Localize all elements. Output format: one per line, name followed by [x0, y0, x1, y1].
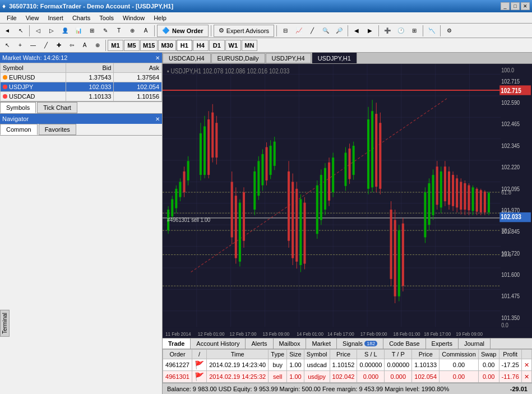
tb-chart-btn[interactable]: 📊 [72, 25, 85, 37]
tb-gear[interactable]: ⚙ [443, 25, 455, 37]
tb-add[interactable]: ➕ [381, 25, 394, 37]
chart-tab-usdjpy-h1[interactable]: USDJPY,H1 [312, 52, 357, 63]
maximize-button[interactable]: □ [511, 2, 520, 10]
tb-chart2[interactable]: 📉 [425, 25, 438, 37]
tf-d1[interactable]: D1 [209, 40, 225, 51]
th-type: Type [269, 350, 287, 359]
tb-cross[interactable]: ✚ [53, 39, 65, 52]
tab-market[interactable]: Market [306, 339, 337, 349]
tb-text-btn[interactable]: T [113, 25, 125, 37]
table-row[interactable]: USDJPY 102.033 102.054 [1, 82, 162, 92]
tab-alerts[interactable]: Alerts [246, 339, 273, 349]
chart-tab-eurusd-daily[interactable]: EURUSD,Daily [211, 53, 265, 63]
tb-left-btn[interactable]: ◁ [32, 25, 44, 37]
tab-journal[interactable]: Journal [459, 339, 491, 349]
tab-code-base[interactable]: Code Base [383, 339, 425, 349]
close-2[interactable]: ✕ [521, 371, 531, 383]
chart-tab-usdcad-h4[interactable]: USDCAD,H4 [163, 53, 211, 63]
tab-mailbox[interactable]: Mailbox [274, 339, 307, 349]
svg-text:102.590: 102.590 [501, 99, 520, 106]
sep7 [423, 25, 423, 36]
menu-file[interactable]: File [2, 13, 21, 22]
terminal-vertical-tab[interactable]: Terminal [0, 310, 10, 337]
tf-m1[interactable]: M1 [108, 40, 123, 51]
svg-text:19 Feb 09:00: 19 Feb 09:00 [456, 331, 483, 337]
menu-charts[interactable]: Charts [68, 13, 95, 22]
tf-m30[interactable]: M30 [158, 40, 175, 51]
tb-arrow-btn[interactable]: ↖ [15, 25, 27, 37]
menu-view[interactable]: View [21, 13, 44, 22]
svg-text:18 Feb 01:00: 18 Feb 01:00 [394, 331, 420, 337]
tb-pen-btn[interactable]: ✎ [99, 25, 112, 37]
tb-cursor-btn[interactable]: ⊕ [126, 25, 138, 37]
tf-h4[interactable]: H4 [193, 40, 209, 51]
tf-m5[interactable]: M5 [124, 40, 140, 51]
th-symbol: Symbol [304, 350, 330, 359]
type-1: buy [269, 359, 287, 371]
tb-arrow2[interactable]: ↖ [1, 39, 13, 52]
tab-tick-chart[interactable]: Tick Chart [37, 102, 77, 113]
tb-right-btn[interactable]: ▷ [45, 25, 58, 37]
tb-line[interactable]: ╱ [306, 25, 318, 37]
table-row[interactable]: EURUSD 1.37543 1.37564 [1, 73, 162, 82]
tb-clock[interactable]: 🕐 [395, 25, 407, 37]
col-bid: Bid [66, 63, 114, 73]
tb-arrow3[interactable]: ⇦ [66, 39, 78, 52]
tb-minus[interactable]: — [27, 39, 39, 52]
profit-2: -11.76 [499, 371, 521, 383]
menu-help[interactable]: Help [149, 13, 171, 22]
tf-w1[interactable]: W1 [225, 40, 241, 51]
close-1[interactable]: ✕ [521, 359, 531, 371]
new-order-button[interactable]: 🔷 New Order [157, 25, 209, 37]
tb-period-btn[interactable]: ⊞ [86, 25, 98, 37]
tb-profile-btn[interactable]: 👤 [59, 25, 71, 37]
tab-signals[interactable]: Signals 182 [337, 339, 383, 349]
menu-insert[interactable]: Insert [43, 13, 68, 22]
size-2: 1.00 [287, 371, 304, 383]
tb-cursor2[interactable]: ⊕ [91, 39, 104, 52]
tab-account-history[interactable]: Account History [191, 339, 246, 349]
svg-text:102.465: 102.465 [501, 121, 520, 128]
tb-next-arrow[interactable]: ▶ [364, 25, 376, 37]
tb-back-btn[interactable]: ◄ [1, 25, 13, 37]
market-watch-close[interactable]: ✕ [155, 55, 160, 61]
tb-prev-arrow[interactable]: ◀ [350, 25, 363, 37]
tab-common[interactable]: Common [0, 124, 38, 135]
tab-favorites[interactable]: Favorites [39, 124, 76, 135]
symbol-2: usdjpy [304, 371, 330, 383]
tf-h1[interactable]: H1 [177, 40, 192, 51]
price-2: 102.042 [330, 371, 357, 383]
eurusd-indicator [3, 75, 7, 80]
tb-zoom-in[interactable]: 🔍 [320, 25, 332, 37]
chart-area[interactable]: ▪ USDJPY,H1 102.078 102.086 102.016 102.… [163, 64, 532, 338]
tab-trade[interactable]: Trade [163, 339, 191, 349]
tb-candle[interactable]: 📈 [293, 25, 305, 37]
tab-symbols[interactable]: Symbols [0, 102, 36, 113]
table-row[interactable]: USDCAD 1.10133 1.10156 [1, 92, 162, 101]
tf-mn[interactable]: MN [242, 40, 257, 51]
tf-m15[interactable]: M15 [140, 40, 158, 51]
chart-tab-usdjpy-h4[interactable]: USDJPY,H4 [266, 53, 311, 63]
close-button[interactable]: ✕ [521, 2, 530, 10]
tb-obj-btn[interactable]: A [140, 25, 152, 37]
tb-bar-chart[interactable]: ⊟ [279, 25, 292, 37]
tab-experts[interactable]: Experts [426, 339, 459, 349]
th-current-price: Price [412, 350, 440, 359]
table-row[interactable]: 4961227 🚩 2014.02.19 14:23:40 buy 1.00 u… [163, 359, 532, 371]
tb-zoom-out[interactable]: 🔎 [333, 25, 345, 37]
minimize-button[interactable]: _ [501, 2, 510, 10]
menu-tools[interactable]: Tools [95, 13, 118, 22]
expert-advisors-button[interactable]: ⚙ Expert Advisors [214, 25, 274, 37]
svg-text:12 Feb 01:00: 12 Feb 01:00 [198, 331, 225, 337]
th-time: Time [207, 350, 269, 359]
tb-plus[interactable]: + [14, 39, 26, 52]
table-row[interactable]: 4961301 🚩 2014.02.19 14:25:32 sell 1.00 … [163, 371, 532, 383]
tb-diagonal[interactable]: ╱ [40, 39, 52, 52]
menu-window[interactable]: Window [118, 13, 149, 22]
navigator-header: Navigator ✕ [0, 114, 162, 124]
svg-text:#4961301 sell 1.00: #4961301 sell 1.00 [167, 216, 210, 223]
navigator-close[interactable]: ✕ [155, 116, 160, 122]
th-tp: T / P [385, 350, 412, 359]
tb-A[interactable]: A [78, 39, 91, 52]
tb-settings[interactable]: ⊞ [408, 25, 420, 37]
